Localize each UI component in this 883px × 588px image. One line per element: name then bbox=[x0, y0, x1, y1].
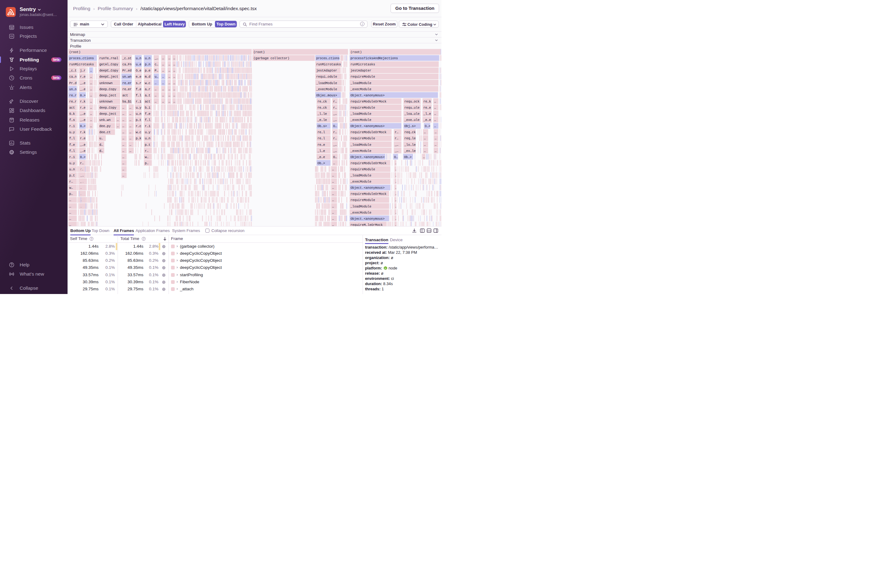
svg-text:requireModule: requireModule bbox=[350, 168, 375, 171]
svg-text:…: … bbox=[434, 100, 436, 104]
svg-text:…: … bbox=[395, 174, 396, 177]
svg-text:…: … bbox=[122, 174, 124, 177]
svg-text:…: … bbox=[173, 94, 175, 97]
svg-text:requ…ule: requ…ule bbox=[404, 106, 419, 110]
svg-text:Object.<anonymous>: Object.<anonymous> bbox=[350, 124, 384, 128]
svg-text:…: … bbox=[434, 112, 436, 116]
svg-text:runMicrotasks: runMicrotasks bbox=[350, 63, 375, 66]
svg-text:_l…e: _l…e bbox=[317, 149, 325, 153]
svg-text:f…e: f…e bbox=[136, 87, 141, 91]
svg-text:…: … bbox=[129, 118, 131, 122]
svg-text:…: … bbox=[122, 155, 124, 159]
svg-text:…: … bbox=[332, 223, 334, 226]
svg-text:O…>: O…> bbox=[425, 124, 430, 128]
svg-text:ca…Fn: ca…Fn bbox=[122, 63, 131, 66]
svg-text:…: … bbox=[90, 124, 92, 128]
svg-text:requireModuleOrMock: requireModuleOrMock bbox=[350, 192, 386, 196]
svg-text:_lo…le: _lo…le bbox=[404, 143, 416, 147]
svg-text:…: … bbox=[90, 75, 92, 79]
svg-text:deepC…Copy: deepC…Copy bbox=[99, 69, 118, 72]
svg-text:…: … bbox=[129, 149, 131, 153]
svg-text:re…e: re…e bbox=[317, 143, 325, 147]
svg-text:_…e: _…e bbox=[80, 112, 86, 116]
svg-text:dee…ct: dee…ct bbox=[99, 130, 111, 134]
svg-text:_l…e: _l…e bbox=[423, 112, 431, 116]
svg-text:re…ck: re…ck bbox=[317, 106, 327, 110]
svg-text:unknown: unknown bbox=[99, 100, 113, 104]
svg-text:…: … bbox=[90, 81, 92, 85]
svg-text:…: … bbox=[434, 124, 436, 128]
svg-text:…: … bbox=[395, 205, 396, 208]
svg-text:re…er: re…er bbox=[122, 87, 131, 91]
svg-text:u…y: u…y bbox=[69, 130, 75, 134]
svg-text:…: … bbox=[90, 118, 92, 122]
svg-text:requireModuleOrMock: requireModuleOrMock bbox=[350, 100, 386, 104]
svg-text:…: … bbox=[90, 100, 92, 104]
svg-text:…: … bbox=[332, 217, 334, 220]
svg-text:_c…st: _c…st bbox=[122, 57, 131, 60]
svg-text:…: … bbox=[173, 57, 175, 60]
svg-text:u…n: u…n bbox=[136, 57, 141, 60]
svg-text:…: … bbox=[122, 130, 124, 134]
svg-text:…: … bbox=[423, 155, 425, 159]
svg-text:…: … bbox=[173, 81, 175, 85]
svg-text:…: … bbox=[122, 118, 124, 122]
svg-text:requireModule: requireModule bbox=[350, 75, 375, 79]
svg-text:…: … bbox=[122, 106, 124, 110]
svg-text:p…e: p…e bbox=[145, 69, 150, 72]
svg-text:…: … bbox=[122, 168, 124, 171]
svg-text:_…: _… bbox=[333, 112, 337, 116]
svg-text:0…k: 0…k bbox=[69, 112, 75, 116]
svg-text:(garbage collector): (garbage collector) bbox=[253, 57, 289, 60]
svg-text:…: … bbox=[168, 81, 170, 85]
svg-text:u…: u… bbox=[155, 75, 158, 79]
svg-text:_…e: _…e bbox=[80, 118, 86, 122]
svg-text:_…e: _…e bbox=[80, 81, 86, 85]
svg-text:re…l: re…l bbox=[317, 130, 325, 134]
svg-text:u…e: u…e bbox=[136, 63, 141, 66]
svg-text:Objec…mous>: Objec…mous> bbox=[316, 94, 337, 97]
svg-text:…: … bbox=[90, 112, 92, 116]
svg-text:…: … bbox=[395, 217, 396, 220]
svg-text:u…n: u…n bbox=[136, 112, 141, 116]
svg-text:…: … bbox=[129, 106, 131, 110]
svg-text:_e…le: _e…le bbox=[317, 118, 327, 122]
svg-text:…: … bbox=[122, 149, 124, 153]
svg-text:…: … bbox=[69, 223, 71, 226]
svg-text:0…>: 0…> bbox=[80, 155, 86, 159]
svg-text:…: … bbox=[332, 180, 334, 183]
svg-text:_loadModule: _loadModule bbox=[350, 81, 371, 85]
svg-text:act: act bbox=[69, 106, 75, 110]
svg-text:r…: r… bbox=[333, 136, 337, 140]
svg-text:b…1: b…1 bbox=[145, 106, 150, 110]
svg-text:r…1: r…1 bbox=[69, 155, 75, 159]
svg-text:_e…e: _e…e bbox=[423, 118, 431, 122]
svg-text:…: … bbox=[173, 75, 175, 79]
svg-text:r…e: r…e bbox=[80, 75, 86, 79]
svg-text:_e…e: _e…e bbox=[317, 155, 325, 159]
svg-text:_…: _… bbox=[154, 57, 158, 60]
svg-text:d…: d… bbox=[99, 149, 103, 153]
svg-text:_l…le: _l…le bbox=[317, 112, 327, 116]
svg-text:p…t: p…t bbox=[69, 174, 75, 177]
svg-text:runMicrotasks: runMicrotasks bbox=[316, 63, 341, 66]
svg-text:r…c: r…c bbox=[136, 124, 141, 128]
svg-text:…: … bbox=[173, 87, 175, 91]
svg-text:r…: r… bbox=[395, 136, 398, 140]
svg-text:_execModule: _execModule bbox=[350, 118, 371, 122]
svg-text:f…l: f…l bbox=[69, 136, 75, 140]
svg-text:…: … bbox=[395, 198, 396, 202]
svg-text:e…e: e…e bbox=[136, 75, 141, 79]
svg-text:_exe…ule: _exe…ule bbox=[404, 118, 419, 122]
svg-text:_loadModule: _loadModule bbox=[350, 205, 371, 208]
svg-text:…: … bbox=[129, 112, 131, 116]
svg-text:_…e: _…e bbox=[80, 149, 86, 153]
svg-text:r…e: r…e bbox=[80, 106, 86, 110]
svg-text:c…: c… bbox=[155, 63, 158, 66]
svg-text:deepC…ject: deepC…ject bbox=[99, 75, 118, 79]
svg-text:p…t: p…t bbox=[145, 143, 150, 147]
svg-text:…: … bbox=[129, 124, 131, 128]
svg-text:processTicksAndRejections: processTicksAndRejections bbox=[350, 57, 398, 60]
svg-text:p…: p… bbox=[69, 192, 73, 196]
svg-text:…: … bbox=[173, 100, 175, 104]
